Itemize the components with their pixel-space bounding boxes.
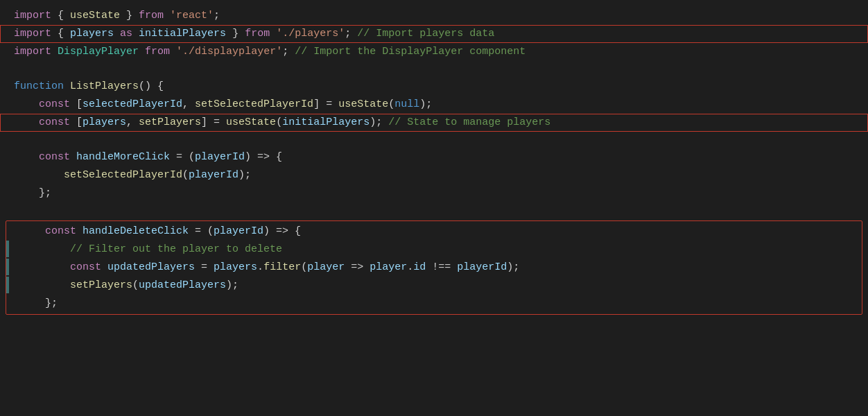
code-line-handlemore-3: }; bbox=[0, 184, 868, 202]
keyword-const-3: const bbox=[39, 149, 70, 166]
token-filter: filter bbox=[263, 259, 301, 276]
code-editor: import { useState } from 'react'; import… bbox=[0, 0, 868, 416]
token-handledeleteclick: handleDeleteClick bbox=[83, 223, 189, 240]
string-displayplayer-path: './displayplayer' bbox=[176, 44, 282, 60]
token-playerid-3: playerId bbox=[214, 223, 263, 240]
token-id: id bbox=[413, 259, 426, 276]
token-initialplayers-2: initialPlayers bbox=[282, 114, 370, 131]
token-null: null bbox=[394, 96, 419, 113]
empty-line-2 bbox=[0, 132, 868, 148]
token-useState: useState bbox=[70, 8, 120, 24]
token-playerid-2: playerId bbox=[189, 167, 238, 184]
token-usestate-2: useState bbox=[226, 114, 276, 131]
token-setplayers: setPlayers bbox=[139, 114, 201, 131]
code-line-delete-2: // Filter out the player to delete bbox=[6, 241, 862, 259]
token-updatedplayers-2: updatedPlayers bbox=[139, 277, 226, 294]
token-usestate-1: useState bbox=[338, 96, 388, 113]
token-playerid-1: playerId bbox=[195, 149, 245, 166]
code-line-3: import DisplayPlayer from './displayplay… bbox=[0, 43, 868, 61]
keyword-import: import bbox=[14, 8, 51, 24]
keyword-const-2: const bbox=[39, 114, 70, 131]
left-bar-1 bbox=[0, 166, 3, 183]
token-updatedplayers: updatedPlayers bbox=[107, 259, 195, 276]
token-listplayers: ListPlayers bbox=[70, 78, 139, 95]
keyword-const-5: const bbox=[70, 259, 101, 276]
token-setplayers-2: setPlayers bbox=[70, 277, 132, 294]
token-players: players bbox=[70, 26, 114, 42]
code-line-usestate2: const [players, setPlayers] = useState(i… bbox=[0, 114, 868, 132]
keyword-as: as bbox=[120, 26, 132, 42]
code-line-delete-5: }; bbox=[6, 295, 862, 313]
code-line-function: function ListPlayers() { bbox=[0, 78, 868, 96]
code-line-1: import { useState } from 'react'; bbox=[0, 7, 868, 25]
token-initialplayers: initialPlayers bbox=[139, 26, 226, 42]
code-line-handlemore-1: const handleMoreClick = (playerId) => { bbox=[0, 148, 868, 166]
code-line-delete-1: const handleDeleteClick = (playerId) => … bbox=[6, 223, 862, 241]
token-handlemoreclick: handleMoreClick bbox=[76, 149, 170, 166]
keyword-function: function bbox=[14, 78, 64, 95]
code-line-delete-3: const updatedPlayers = players.filter(pl… bbox=[6, 259, 862, 277]
token-displayplayer: DisplayPlayer bbox=[58, 44, 139, 60]
token-players-2: players bbox=[214, 259, 257, 276]
code-line-handlemore-2: setSelectedPlayerId(playerId); bbox=[0, 166, 868, 184]
keyword-from: from bbox=[139, 8, 164, 24]
keyword-import-2: import bbox=[14, 26, 51, 42]
token-selectedplayerid: selectedPlayerId bbox=[83, 96, 182, 113]
code-line-delete-4: setPlayers(updatedPlayers); bbox=[6, 277, 862, 295]
empty-line-3 bbox=[0, 202, 868, 219]
string-react: 'react' bbox=[170, 8, 214, 24]
comment-displayplayer: // Import the DisplayPlayer component bbox=[295, 44, 526, 60]
token-setselectedplayerid: setSelectedPlayerId bbox=[195, 96, 313, 113]
token-setselectedplayerid-2: setSelectedPlayerId bbox=[64, 167, 182, 184]
keyword-from-3: from bbox=[145, 44, 170, 60]
keyword-const-4: const bbox=[45, 223, 76, 240]
token-playerid-4: playerId bbox=[457, 259, 507, 276]
keyword-const-1: const bbox=[39, 96, 70, 113]
comment-state-players: // State to manage players bbox=[388, 114, 550, 131]
token-player: player bbox=[307, 259, 345, 276]
keyword-import-3: import bbox=[14, 44, 51, 60]
code-line-usestate1: const [selectedPlayerId, setSelectedPlay… bbox=[0, 96, 868, 114]
string-players-path: './players' bbox=[276, 26, 345, 42]
left-bar-4 bbox=[6, 277, 9, 293]
left-bar-3 bbox=[6, 259, 9, 275]
token-player-id: player bbox=[370, 259, 407, 276]
comment-import-players: // Import players data bbox=[357, 26, 494, 42]
left-bar-2 bbox=[6, 241, 9, 257]
empty-line-1 bbox=[0, 61, 868, 78]
token-players-state: players bbox=[83, 114, 126, 131]
comment-filter: // Filter out the player to delete bbox=[70, 241, 282, 258]
keyword-from-2: from bbox=[245, 26, 270, 42]
code-line-2: import { players as initialPlayers } fro… bbox=[0, 25, 868, 43]
handledelete-block: const handleDeleteClick = (playerId) => … bbox=[6, 220, 862, 315]
